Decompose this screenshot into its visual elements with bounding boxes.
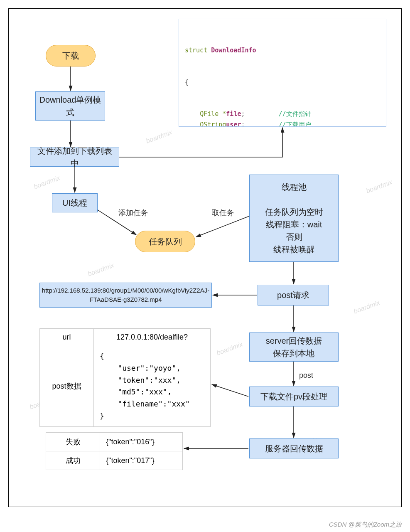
box-pv: 下载文件pv段处理 bbox=[249, 387, 339, 406]
table-result: 失败 {"token":"016"} 成功 {"token":"017"} bbox=[46, 432, 183, 470]
table-row: post数据 { "user":"yoyo", "token":"xxx", "… bbox=[40, 346, 211, 427]
box-threadpool: 线程池 任务队列为空时 线程阻塞：wait 否则 线程被唤醒 bbox=[249, 175, 339, 262]
code-struct: struct DownloadInfo { QFile *file; //文件指… bbox=[179, 19, 386, 127]
cell-ok-value: {"token":"017"} bbox=[100, 451, 183, 470]
cell-fail-value: {"token":"016"} bbox=[100, 433, 183, 451]
box-uithread: UI线程 bbox=[52, 193, 98, 212]
table-row: url 127.0.0.1:80/dealfile? bbox=[40, 329, 211, 346]
table-row: 成功 {"token":"017"} bbox=[46, 451, 183, 470]
box-addlist: 文件添加到下载列表中 bbox=[30, 148, 119, 167]
cell-post-json: { "user":"yoyo", "token":"xxx", "md5":"x… bbox=[94, 346, 211, 427]
cell-url-value: 127.0.0.1:80/dealfile? bbox=[94, 329, 211, 346]
box-server-save: server回传数据 保存到本地 bbox=[249, 332, 339, 362]
box-server-return: 服务器回传数据 bbox=[249, 438, 339, 458]
box-postreq: post请求 bbox=[258, 285, 329, 305]
cell-post-label: post数据 bbox=[40, 346, 94, 427]
oval-taskqueue: 任务队列 bbox=[135, 231, 195, 252]
table-row: 失败 {"token":"016"} bbox=[46, 433, 183, 451]
oval-download: 下载 bbox=[46, 45, 96, 66]
cell-url-label: url bbox=[40, 329, 94, 346]
cell-fail-label: 失败 bbox=[46, 433, 100, 451]
table-params: url 127.0.0.1:80/dealfile? post数据 { "use… bbox=[39, 328, 211, 427]
label-gettask: 取任务 bbox=[212, 208, 234, 218]
cell-ok-label: 成功 bbox=[46, 451, 100, 470]
credit-text: CSDN @菜鸟的Zoom之旅 bbox=[329, 521, 402, 529]
box-url-example: http://192.168.52.139:80/group1/M00/00/0… bbox=[39, 283, 212, 308]
label-post: post bbox=[299, 371, 313, 380]
box-singleton: Download单例模 式 bbox=[35, 91, 105, 121]
canvas: boardmix boardmix boardmix boardmix boar… bbox=[0, 0, 410, 532]
label-addtask: 添加任务 bbox=[118, 208, 148, 218]
